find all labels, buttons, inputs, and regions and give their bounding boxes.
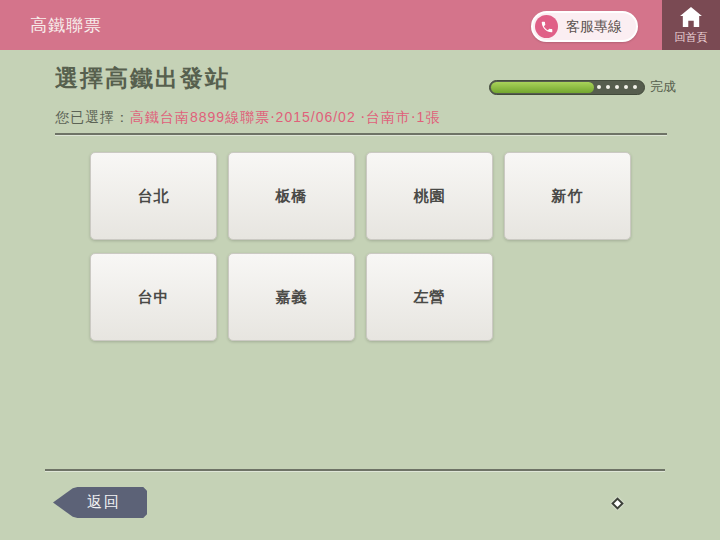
- station-button-2[interactable]: 板橋: [228, 152, 355, 240]
- home-button[interactable]: 回首頁: [662, 0, 720, 50]
- hotline-label: 客服專線: [566, 18, 622, 36]
- cursor-diamond-icon: [611, 497, 624, 510]
- home-label: 回首頁: [675, 30, 708, 45]
- selection-label: 您已選擇：: [55, 109, 130, 125]
- selection-summary: 您已選擇：高鐵台南8899線聯票‧2015/06/02 ‧台南市‧1張: [55, 109, 440, 127]
- progress-indicator: 完成: [489, 78, 676, 96]
- progress-dot: [633, 85, 637, 89]
- progress-bar: [489, 80, 645, 95]
- hotline-button[interactable]: 客服專線: [531, 11, 638, 42]
- station-button-7[interactable]: 左營: [366, 253, 493, 341]
- phone-icon: [535, 15, 558, 38]
- progress-dot: [624, 85, 628, 89]
- station-grid: 台北板橋桃園新竹台中嘉義左營: [90, 152, 642, 341]
- page-title: 選擇高鐵出發站: [55, 63, 230, 94]
- station-button-1[interactable]: 台北: [90, 152, 217, 240]
- bottom-divider: [45, 469, 665, 471]
- progress-dot: [615, 85, 619, 89]
- header-bar: 高鐵聯票 客服專線 回首頁: [0, 0, 720, 50]
- progress-label: 完成: [650, 78, 676, 96]
- progress-dot: [606, 85, 610, 89]
- back-button[interactable]: 返回: [53, 487, 147, 518]
- selection-value: 高鐵台南8899線聯票‧2015/06/02 ‧台南市‧1張: [130, 109, 440, 125]
- progress-dots: [597, 81, 637, 94]
- kiosk-screen: 高鐵聯票 客服專線 回首頁 選擇高鐵出發站 完成 您已選擇：高鐵台南8899線聯…: [0, 0, 720, 540]
- station-button-5[interactable]: 台中: [90, 253, 217, 341]
- progress-fill: [491, 82, 594, 93]
- station-button-3[interactable]: 桃園: [366, 152, 493, 240]
- station-button-4[interactable]: 新竹: [504, 152, 631, 240]
- home-icon: [680, 7, 702, 27]
- top-divider: [55, 133, 667, 135]
- progress-dot: [597, 85, 601, 89]
- app-title: 高鐵聯票: [30, 0, 102, 50]
- station-button-6[interactable]: 嘉義: [228, 253, 355, 341]
